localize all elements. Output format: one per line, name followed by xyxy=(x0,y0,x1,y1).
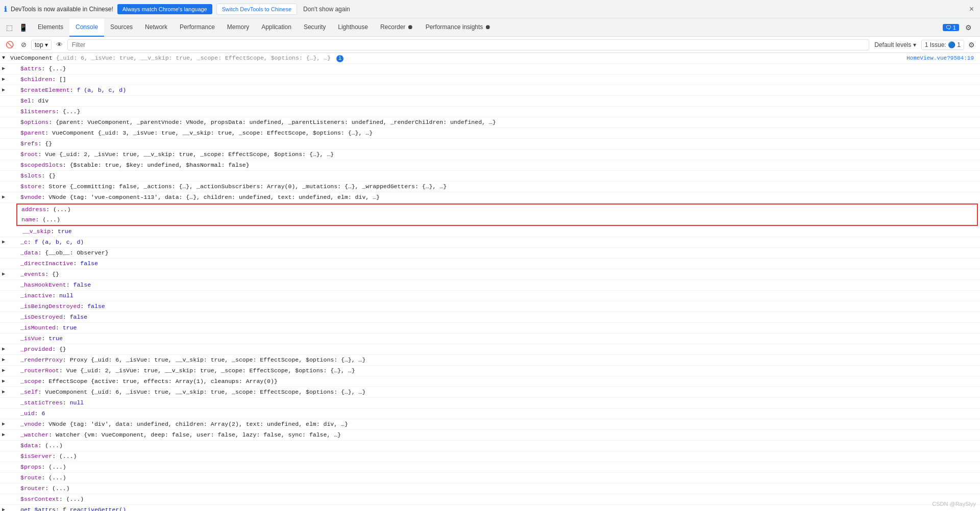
line-text: address: (...) xyxy=(21,205,71,214)
issues-label: 1 Issue: 🔵 1 xyxy=(925,41,961,48)
line-text: _self: VueComponent {_uid: 6, _isVue: tr… xyxy=(14,388,365,397)
clear-console-button[interactable]: 🚫 xyxy=(3,39,16,50)
issues-button[interactable]: 1 Issue: 🔵 1 xyxy=(921,40,964,50)
expand-icon[interactable]: ▶ xyxy=(2,345,5,354)
line-text: _isBeingDestroyed: false xyxy=(14,302,105,311)
tab-console[interactable]: Console xyxy=(69,18,104,37)
expand-icon[interactable]: ▶ xyxy=(2,86,5,95)
inspect-element-button[interactable]: ⬚ xyxy=(4,21,15,34)
console-line-createelement: ▶ $createElement: f (a, b, c, d) xyxy=(0,85,980,96)
line-text: _renderProxy: Proxy {_uid: 6, _isVue: tr… xyxy=(14,355,365,365)
context-selector[interactable]: top ▾ xyxy=(31,40,52,50)
tab-bar: ⬚ 📱 Elements Console Sources Network Per… xyxy=(0,18,980,37)
console-settings-button[interactable]: ⚙ xyxy=(966,39,977,51)
console-line-isvue: _isVue: true xyxy=(0,334,980,344)
line-text: $data: (...) xyxy=(14,441,63,450)
expand-icon[interactable]: ▶ xyxy=(2,75,5,84)
console-line-self: ▶ _self: VueComponent {_uid: 6, _isVue: … xyxy=(0,387,980,398)
console-line-isserver-getter: $isServer: (...) xyxy=(0,451,980,462)
console-line-watcher: ▶ _watcher: Watcher {vm: VueComponent, d… xyxy=(0,430,980,441)
tab-recorder[interactable]: Recorder ⏺ xyxy=(374,18,420,37)
expand-icon[interactable]: ▶ xyxy=(2,366,5,375)
chat-badge[interactable]: 🗨 1 xyxy=(943,24,959,31)
tab-lighthouse[interactable]: Lighthouse xyxy=(332,18,374,37)
info-icon[interactable]: i xyxy=(336,55,344,62)
line-text: _routerRoot: Vue {_uid: 2, _isVue: true,… xyxy=(14,366,355,375)
eye-button[interactable]: 👁 xyxy=(54,39,65,50)
tab-performance[interactable]: Performance xyxy=(174,18,221,37)
line-text: $ssrContext: (...) xyxy=(14,495,84,504)
line-text: $el: div xyxy=(14,96,48,106)
info-icon: ℹ xyxy=(4,5,7,13)
expand-icon[interactable]: ▼ xyxy=(2,54,5,63)
console-line-store: $store: Store {_committing: false, _acti… xyxy=(0,182,980,192)
line-text: $createElement: f (a, b, c, d) xyxy=(14,86,126,95)
expand-icon[interactable]: ▶ xyxy=(2,388,5,397)
match-language-button[interactable]: Always match Chrome's language xyxy=(117,4,212,14)
console-output: ▼ VueComponent {_uid: 6, _isVue: true, _… xyxy=(0,53,980,511)
line-text: _inactive: null xyxy=(14,291,74,300)
settings-button[interactable]: ⚙ xyxy=(963,21,974,34)
source-link[interactable]: HomeView.vue?9584:19 xyxy=(906,54,978,63)
line-text: $root: Vue {_uid: 2, _isVue: true, __v_s… xyxy=(14,150,334,159)
expand-icon[interactable]: ▶ xyxy=(2,270,5,279)
console-toolbar: 🚫 ⊘ top ▾ 👁 Default levels ▾ 1 Issue: 🔵 … xyxy=(0,37,980,53)
console-line-props-getter: $props: (...) xyxy=(0,462,980,473)
line-text: VueComponent {_uid: 6, _isVue: true, __v… xyxy=(4,54,344,63)
expand-icon[interactable]: ▶ xyxy=(2,238,5,247)
line-text: $children: [] xyxy=(14,75,66,84)
expand-icon[interactable]: ▶ xyxy=(2,355,5,365)
console-line-vnode: ▶ $vnode: VNode {tag: 'vue-component-113… xyxy=(0,192,980,203)
tab-sources[interactable]: Sources xyxy=(104,18,139,37)
line-text: $store: Store {_committing: false, _acti… xyxy=(14,182,447,191)
line-text: $listeners: {...} xyxy=(14,107,80,116)
console-line-name: name: (...) xyxy=(17,215,977,225)
tab-performance-insights[interactable]: Performance insights ⏺ xyxy=(420,18,497,37)
log-levels-selector[interactable]: Default levels ▾ xyxy=(871,40,919,49)
line-text: $parent: VueComponent {_uid: 3, _isVue: … xyxy=(14,129,373,138)
expand-icon[interactable]: ▶ xyxy=(2,377,5,386)
dont-show-link[interactable]: Don't show again xyxy=(303,6,350,13)
console-line-scope: ▶ _scope: EffectScope {active: true, eff… xyxy=(0,376,980,387)
tab-application[interactable]: Application xyxy=(255,18,298,37)
line-text: _scope: EffectScope {active: true, effec… xyxy=(14,377,278,386)
console-line-slots: $slots: {} xyxy=(0,171,980,182)
expand-icon[interactable]: ▶ xyxy=(2,420,5,429)
line-text: $refs: {} xyxy=(14,139,52,148)
console-line-options: $options: {parent: VueComponent, _parent… xyxy=(0,117,980,128)
expand-icon[interactable]: ▶ xyxy=(2,193,5,202)
expand-icon[interactable]: ▶ xyxy=(2,505,5,511)
notification-bar: ℹ DevTools is now available in Chinese! … xyxy=(0,0,980,18)
console-line-data-getter: $data: (...) xyxy=(0,441,980,451)
notification-close-button[interactable]: × xyxy=(967,5,976,14)
line-text: $options: {parent: VueComponent, _parent… xyxy=(14,118,496,127)
tab-memory[interactable]: Memory xyxy=(221,18,255,37)
line-text: _isMounted: true xyxy=(14,323,77,333)
filter-input[interactable] xyxy=(67,39,870,50)
line-text: _provided: {} xyxy=(14,345,66,354)
console-line-el: $el: div xyxy=(0,96,980,107)
console-line-provided: ▶ _provided: {} xyxy=(0,344,980,355)
expand-icon[interactable]: ▶ xyxy=(2,430,5,440)
line-text: $vnode: VNode {tag: 'vue-component-113',… xyxy=(14,193,380,202)
console-line-isbeingdestroyed: _isBeingDestroyed: false xyxy=(0,301,980,312)
tab-security[interactable]: Security xyxy=(298,18,332,37)
line-text: $route: (...) xyxy=(14,473,66,482)
line-text: name: (...) xyxy=(21,215,60,224)
devtools-icons: ⬚ 📱 xyxy=(2,21,32,34)
line-text: _directInactive: false xyxy=(14,259,98,268)
tab-network[interactable]: Network xyxy=(139,18,174,37)
device-toolbar-button[interactable]: 📱 xyxy=(17,21,30,34)
line-text: _events: {} xyxy=(14,270,59,279)
filter-toggle-button[interactable]: ⊘ xyxy=(18,39,29,50)
console-line-router-getter: $router: (...) xyxy=(0,483,980,494)
console-line-inactive: _inactive: null xyxy=(0,291,980,301)
expand-icon[interactable]: ▶ xyxy=(2,64,5,73)
notification-text: DevTools is now available in Chinese! xyxy=(11,6,113,13)
switch-devtools-button[interactable]: Switch DevTools to Chinese xyxy=(216,4,297,15)
console-line-v-skip: __v_skip: true xyxy=(0,226,980,237)
line-text: $scopedSlots: {$stable: true, $key: unde… xyxy=(14,161,250,170)
console-line-data: _data: {__ob__: Observer} xyxy=(0,248,980,259)
tab-elements[interactable]: Elements xyxy=(32,18,69,37)
console-line-route-getter: $route: (...) xyxy=(0,473,980,483)
